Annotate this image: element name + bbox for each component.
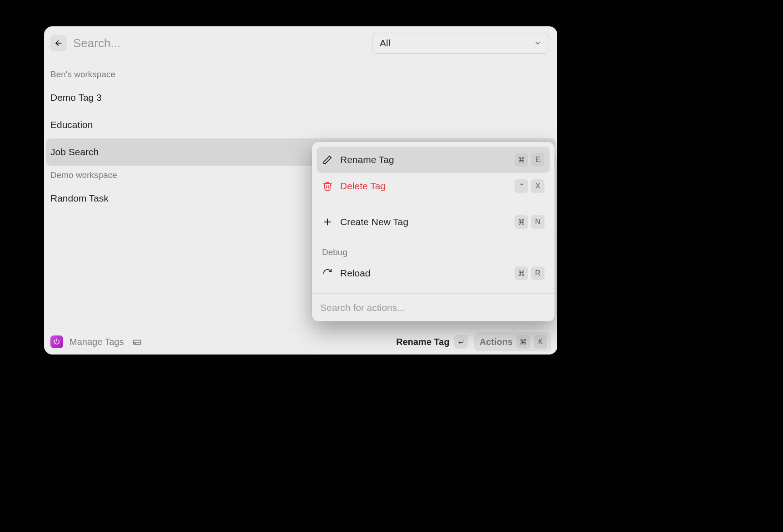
actions-button-label: Actions	[480, 337, 513, 347]
menu-item-label: Rename Tag	[340, 154, 507, 165]
svg-point-4	[135, 343, 135, 344]
header: All	[44, 26, 557, 60]
kbd-cmd: ⌘	[516, 335, 530, 349]
app-icon	[50, 335, 63, 348]
kbd-k: K	[534, 335, 547, 349]
drive-icon	[130, 336, 144, 348]
divider	[312, 204, 555, 204]
arrow-left-icon	[54, 39, 63, 48]
menu-shortcut: ⌘ E	[515, 153, 545, 167]
context-menu-search	[312, 293, 555, 321]
menu-shortcut: ⌘ N	[515, 215, 545, 229]
menu-item-delete-tag[interactable]: Delete Tag ⌃ X	[317, 173, 550, 199]
reload-icon	[322, 268, 333, 279]
menu-shortcut: ⌃ X	[515, 179, 545, 193]
menu-section-header: Debug	[317, 245, 550, 260]
menu-item-label: Create New Tag	[340, 217, 507, 227]
plus-icon	[322, 217, 333, 227]
power-icon	[53, 338, 60, 345]
context-menu-search-input[interactable]	[320, 302, 546, 313]
footer-title: Manage Tags	[69, 337, 124, 347]
menu-item-label: Delete Tag	[340, 181, 507, 192]
filter-dropdown-label: All	[380, 38, 390, 49]
menu-shortcut: ⌘ R	[515, 266, 545, 280]
chevron-down-icon	[534, 39, 541, 47]
tag-item[interactable]: Demo Tag 3	[44, 84, 557, 111]
filter-dropdown[interactable]: All	[372, 33, 549, 54]
section-header: Ben's workspace	[44, 65, 557, 84]
actions-button[interactable]: Actions ⌘ K	[474, 332, 551, 351]
trash-icon	[322, 181, 333, 192]
search-input[interactable]	[73, 36, 366, 50]
pencil-icon	[322, 154, 333, 165]
tag-item[interactable]: Education	[44, 111, 557, 138]
primary-action-label: Rename Tag	[396, 337, 449, 347]
context-menu-body: Rename Tag ⌘ E Delete Tag ⌃ X Create New…	[312, 142, 555, 293]
menu-item-reload[interactable]: Reload ⌘ R	[317, 260, 550, 286]
divider	[312, 240, 555, 240]
menu-item-label: Reload	[340, 268, 507, 279]
enter-key-icon	[454, 335, 468, 349]
context-menu: Rename Tag ⌘ E Delete Tag ⌃ X Create New…	[312, 142, 555, 321]
footer: Manage Tags Rename Tag Actions ⌘ K	[44, 329, 557, 355]
menu-item-rename-tag[interactable]: Rename Tag ⌘ E	[317, 147, 550, 173]
menu-item-create-new-tag[interactable]: Create New Tag ⌘ N	[317, 209, 550, 235]
primary-action[interactable]: Rename Tag	[396, 335, 467, 349]
back-button[interactable]	[50, 35, 67, 51]
